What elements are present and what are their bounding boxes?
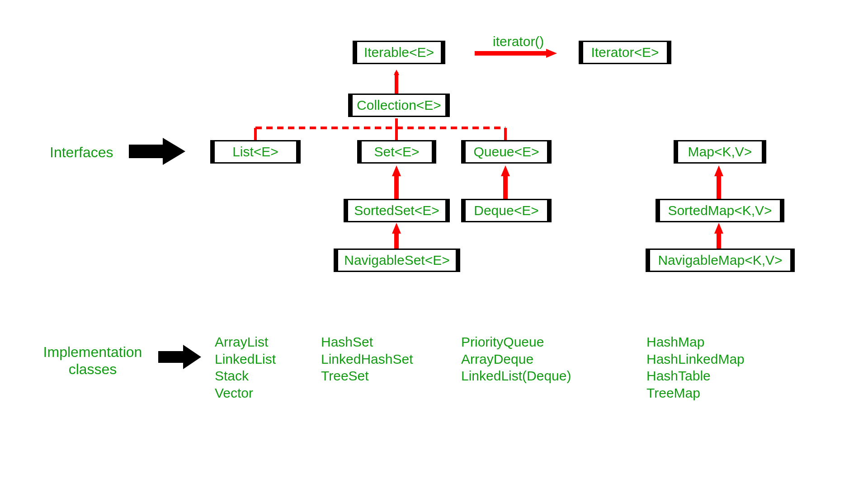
impl-list-col: ArrayList LinkedList Stack Vector — [215, 333, 276, 401]
black-arrow-implementations — [158, 343, 203, 371]
impl-set-1: LinkedHashSet — [321, 351, 413, 368]
impl-set-0: HashSet — [321, 333, 413, 351]
box-iterable: Iterable<E> — [353, 41, 445, 64]
box-deque: Deque<E> — [461, 199, 552, 222]
impl-list-3: Vector — [215, 385, 276, 402]
box-navigableset: NavigableSet<E> — [334, 249, 460, 272]
implementation-classes-l2: classes — [69, 361, 117, 377]
impl-map-2: HashTable — [646, 367, 745, 385]
box-set: Set<E> — [357, 140, 436, 164]
box-sortedset: SortedSet<E> — [344, 199, 450, 222]
impl-queue-0: PriorityQueue — [461, 333, 571, 351]
black-arrow-interfaces — [129, 136, 188, 167]
impl-list-0: ArrayList — [215, 333, 276, 351]
collections-diagram: Interfaces Iterable<E> iterator() Iterat… — [0, 0, 868, 488]
iterator-method-label: iterator() — [493, 34, 544, 49]
interfaces-label: Interfaces — [50, 144, 113, 161]
impl-map-3: TreeMap — [646, 385, 745, 402]
impl-map-1: HashLinkedMap — [646, 351, 745, 368]
impl-set-2: TreeSet — [321, 367, 413, 385]
implementation-classes-label: Implementation classes — [29, 343, 156, 378]
box-map: Map<K,V> — [674, 140, 766, 164]
box-sortedmap: SortedMap<K,V> — [656, 199, 784, 222]
box-collection: Collection<E> — [348, 94, 450, 117]
box-iterator: Iterator<E> — [579, 41, 671, 64]
implementation-classes-l1: Implementation — [43, 344, 142, 360]
connectors-layer — [0, 0, 868, 488]
impl-map-0: HashMap — [646, 333, 745, 351]
impl-list-2: Stack — [215, 367, 276, 385]
box-list: List<E> — [210, 140, 301, 164]
impl-queue-2: LinkedList(Deque) — [461, 367, 571, 385]
impl-map-col: HashMap HashLinkedMap HashTable TreeMap — [646, 333, 745, 401]
impl-list-1: LinkedList — [215, 351, 276, 368]
impl-queue-1: ArrayDeque — [461, 351, 571, 368]
box-navigablemap: NavigableMap<K,V> — [646, 249, 795, 272]
box-queue: Queue<E> — [461, 140, 552, 164]
impl-set-col: HashSet LinkedHashSet TreeSet — [321, 333, 413, 385]
impl-queue-col: PriorityQueue ArrayDeque LinkedList(Dequ… — [461, 333, 571, 385]
